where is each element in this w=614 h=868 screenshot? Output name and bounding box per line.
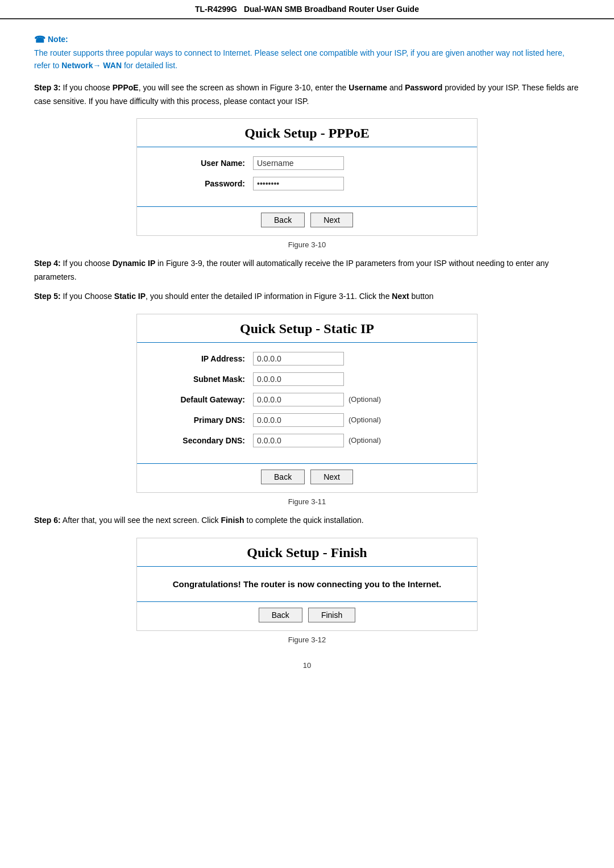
default-gateway-optional: (Optional) — [349, 395, 381, 404]
pppoe-form-box: Quick Setup - PPPoE User Name: Password:… — [136, 118, 478, 236]
pppoe-password-row: Password: — [154, 177, 460, 190]
model-label: TL-R4299G — [195, 5, 237, 14]
default-gateway-label: Default Gateway: — [154, 395, 245, 404]
ip-address-input[interactable] — [253, 352, 344, 366]
subnet-mask-row: Subnet Mask: — [154, 372, 460, 386]
secondary-dns-input[interactable] — [253, 434, 344, 447]
ip-address-label: IP Address: — [154, 354, 245, 363]
step5-para: Step 5: If you Choose Static IP, you sho… — [34, 290, 580, 304]
figure-3-11-label: Figure 3-11 — [34, 497, 580, 506]
static-ip-form-box: Quick Setup - Static IP IP Address: Subn… — [136, 314, 478, 493]
step5-text: If you Choose Static IP, you should ente… — [63, 292, 434, 301]
pppoe-username-input[interactable] — [253, 156, 344, 170]
default-gateway-row: Default Gateway: (Optional) — [154, 393, 460, 406]
note-text: The router supports three popular ways t… — [34, 47, 580, 72]
finish-form-title: Quick Setup - Finish — [137, 538, 477, 566]
primary-dns-row: Primary DNS: (Optional) — [154, 413, 460, 427]
note-label: ☎ Note: — [34, 34, 580, 44]
static-ip-back-button[interactable]: Back — [261, 470, 305, 484]
primary-dns-label: Primary DNS: — [154, 416, 245, 425]
step3-para: Step 3: If you choose PPPoE, you will se… — [34, 81, 580, 109]
note-section: ☎ Note: The router supports three popula… — [34, 34, 580, 72]
pppoe-username-label: User Name: — [154, 159, 245, 168]
finish-buttons: Back Finish — [137, 602, 477, 630]
pppoe-form-body: User Name: Password: — [137, 147, 477, 206]
static-ip-form-body: IP Address: Subnet Mask: Default Gateway… — [137, 343, 477, 463]
page-content: ☎ Note: The router supports three popula… — [0, 28, 614, 692]
default-gateway-input[interactable] — [253, 393, 344, 406]
step3-text: If you choose PPPoE, you will see the sc… — [34, 83, 578, 106]
pppoe-username-row: User Name: — [154, 156, 460, 170]
step3-label: Step 3: — [34, 83, 61, 92]
static-ip-form-title: Quick Setup - Static IP — [137, 314, 477, 342]
pppoe-back-button[interactable]: Back — [261, 213, 305, 227]
pppoe-form-title: Quick Setup - PPPoE — [137, 119, 477, 147]
step6-label: Step 6: — [34, 516, 61, 525]
static-ip-next-button[interactable]: Next — [310, 470, 353, 484]
subnet-mask-label: Subnet Mask: — [154, 375, 245, 384]
finish-back-button[interactable]: Back — [259, 608, 302, 622]
header-title: Dual-WAN SMB Broadband Router User Guide — [244, 5, 419, 14]
step6-text: After that, you will see the next screen… — [63, 516, 364, 525]
secondary-dns-optional: (Optional) — [349, 436, 381, 445]
secondary-dns-label: Secondary DNS: — [154, 436, 245, 445]
congrats-text: Congratulations! The router is now conne… — [137, 567, 477, 601]
primary-dns-optional: (Optional) — [349, 416, 381, 424]
secondary-dns-row: Secondary DNS: (Optional) — [154, 434, 460, 447]
note-icon: ☎ — [34, 34, 44, 44]
finish-form-box: Quick Setup - Finish Congratulations! Th… — [136, 538, 478, 631]
pppoe-buttons: Back Next — [137, 207, 477, 235]
subnet-mask-input[interactable] — [253, 372, 344, 386]
finish-button[interactable]: Finish — [308, 608, 355, 622]
pppoe-password-label: Password: — [154, 179, 245, 188]
step6-para: Step 6: After that, you will see the nex… — [34, 514, 580, 528]
step4-para: Step 4: If you choose Dynamic IP in Figu… — [34, 257, 580, 284]
ip-address-row: IP Address: — [154, 352, 460, 366]
step4-text: If you choose Dynamic IP in Figure 3-9, … — [34, 259, 549, 281]
figure-3-12-label: Figure 3-12 — [34, 636, 580, 644]
pppoe-password-input[interactable] — [253, 177, 344, 190]
figure-3-10-label: Figure 3-10 — [34, 240, 580, 249]
step5-label: Step 5: — [34, 292, 61, 301]
page-header: TL-R4299G Dual-WAN SMB Broadband Router … — [0, 0, 614, 19]
static-ip-buttons: Back Next — [137, 464, 477, 492]
primary-dns-input[interactable] — [253, 413, 344, 427]
pppoe-next-button[interactable]: Next — [310, 213, 353, 227]
step4-label: Step 4: — [34, 259, 61, 268]
page-number: 10 — [34, 661, 580, 670]
